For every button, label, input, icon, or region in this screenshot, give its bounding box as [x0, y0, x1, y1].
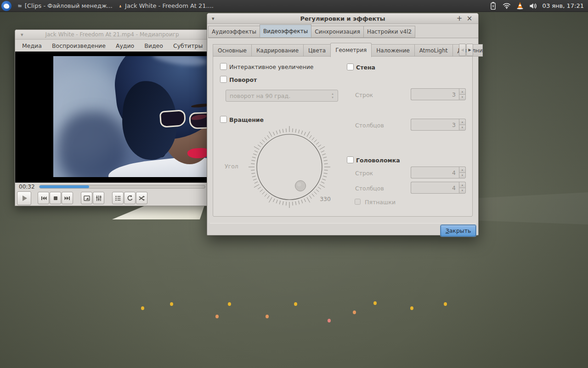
- wall-cols-spinbox[interactable]: 3 ▴ ▾: [411, 119, 466, 131]
- system-tray: 03 янв, 17:21: [489, 2, 584, 10]
- spin-down-button[interactable]: ▾: [459, 125, 466, 131]
- shuffle-tiles-checkbox[interactable]: [355, 199, 361, 205]
- spin-down-button[interactable]: ▾: [459, 188, 466, 194]
- dialog-title: Регулировки и эффекты: [300, 15, 385, 22]
- tab-v4l2[interactable]: Настройки v4l2: [363, 26, 415, 38]
- puzzle-rows-value: 4: [411, 167, 459, 178]
- puzzle-checkbox[interactable]: [347, 156, 354, 163]
- subtab-scroll-right-button[interactable]: ▶: [466, 44, 473, 56]
- rotate-checkbox[interactable]: [220, 76, 227, 83]
- angle-value: 330: [314, 196, 331, 202]
- rotation-checkbox[interactable]: [220, 116, 227, 123]
- transport-group: [38, 192, 73, 204]
- taskbar-window-vlc[interactable]: Jack White - Freedom At 21....: [119, 2, 214, 10]
- fullscreen-button[interactable]: [81, 192, 92, 204]
- extended-settings-button[interactable]: [93, 192, 104, 204]
- subtab-crop[interactable]: Кадрирование: [251, 44, 303, 57]
- play-button[interactable]: [17, 191, 31, 205]
- rotate-preset-value: поворот на 90 град.: [226, 92, 328, 99]
- stop-icon: [52, 195, 59, 202]
- effects-dialog: ▾ Регулировки и эффекты + × Аудиоэффекты…: [207, 13, 479, 236]
- next-button[interactable]: [62, 192, 73, 204]
- window-menu-icon[interactable]: ▾: [212, 16, 215, 22]
- rotate-label: Поворот: [229, 76, 257, 83]
- close-dialog-button[interactable]: Закрыть: [441, 225, 476, 236]
- playlist-button[interactable]: [112, 192, 124, 204]
- vlc-menubar: Медиа Воспроизведение Аудио Видео Субтит…: [15, 40, 209, 52]
- stop-button[interactable]: [50, 192, 61, 204]
- video-display[interactable]: [15, 52, 209, 183]
- interactive-zoom-checkbox[interactable]: [220, 63, 227, 70]
- playlist-group: [112, 192, 147, 204]
- volume-icon[interactable]: [529, 2, 537, 10]
- subtab-atmolight[interactable]: AtmoLight: [414, 44, 452, 57]
- wallpaper-dot: [141, 306, 144, 310]
- wallpaper-dot: [353, 310, 356, 314]
- puzzle-cols-value: 4: [411, 182, 459, 194]
- spin-down-button[interactable]: ▾: [459, 172, 466, 179]
- video-art: [187, 148, 209, 159]
- vlc-tray-icon[interactable]: [516, 2, 524, 10]
- menu-audio[interactable]: Аудио: [111, 42, 139, 49]
- previous-button[interactable]: [38, 192, 49, 204]
- subtab-essential[interactable]: Основные: [213, 44, 251, 57]
- wall-checkbox[interactable]: [347, 63, 354, 70]
- wallpaper-dot: [373, 301, 377, 305]
- display-group: [81, 192, 104, 204]
- subtab-scroll-left-button[interactable]: ◀: [459, 44, 466, 56]
- puzzle-rows-spinbox[interactable]: 4 ▴ ▾: [411, 167, 466, 178]
- window-menu-icon[interactable]: ▾: [21, 32, 23, 38]
- battery-icon[interactable]: [489, 2, 498, 10]
- puzzle-cols-spinbox[interactable]: 4 ▴ ▾: [411, 182, 466, 194]
- vlc-titlebar[interactable]: ▾ Jack White - Freedom At 21.mp4 - Медиа…: [15, 30, 209, 40]
- shuffle-button[interactable]: [136, 192, 147, 204]
- video-art: [159, 109, 186, 128]
- play-icon: [20, 194, 28, 202]
- spin-up-button[interactable]: ▴: [459, 182, 466, 188]
- playlist-icon: [114, 195, 122, 202]
- seek-bar[interactable]: [39, 185, 205, 189]
- fullscreen-icon: [83, 195, 90, 202]
- rotate-preset-dropdown[interactable]: поворот на 90 град. ▴▾: [226, 90, 338, 102]
- spin-down-button[interactable]: ▾: [459, 94, 466, 101]
- taskbar-window-filemanager[interactable]: [Clips - Файловый менедж...: [18, 2, 113, 9]
- menu-media[interactable]: Медиа: [17, 42, 47, 49]
- shuffle-icon: [138, 195, 146, 202]
- wallpaper-plane-shape: [112, 204, 204, 220]
- clock[interactable]: 03 янв, 17:21: [543, 2, 584, 9]
- vlc-window-title: Jack White - Freedom At 21.mp4 - Медиапр…: [45, 31, 179, 38]
- spin-up-button[interactable]: ▴: [459, 119, 466, 125]
- taskbar: [Clips - Файловый менедж... Jack White -…: [0, 0, 588, 12]
- wallpaper-dot: [294, 302, 297, 306]
- loop-button[interactable]: [124, 192, 136, 204]
- dialog-titlebar[interactable]: ▾ Регулировки и эффекты + ×: [207, 13, 478, 24]
- menu-playback[interactable]: Воспроизведение: [47, 42, 111, 49]
- wall-rows-spinbox[interactable]: 3 ▴ ▾: [411, 88, 466, 100]
- applications-menu-button[interactable]: [1, 1, 11, 11]
- wallpaper-dot: [228, 302, 231, 306]
- wallpaper-dot: [170, 302, 173, 306]
- wall-rows-value: 3: [411, 88, 459, 100]
- loop-icon: [126, 195, 134, 202]
- subtab-overlay[interactable]: Наложение: [372, 44, 414, 57]
- tab-video-effects[interactable]: Видеоэффекты: [260, 24, 311, 38]
- spin-up-button[interactable]: ▴: [459, 88, 466, 94]
- wallpaper-dot: [215, 315, 219, 318]
- subtab-colors[interactable]: Цвета: [303, 44, 330, 57]
- close-window-button[interactable]: ×: [465, 14, 474, 23]
- menu-subtitles[interactable]: Субтитры: [168, 42, 208, 49]
- wall-rows-label: Строк: [355, 92, 373, 98]
- menu-video[interactable]: Видео: [139, 42, 168, 49]
- wifi-icon[interactable]: [503, 2, 511, 10]
- video-art: [58, 111, 127, 177]
- spin-up-button[interactable]: ▴: [459, 167, 466, 172]
- wall-cols-label: Столбцов: [355, 122, 384, 129]
- puzzle-cols-label: Столбцов: [355, 185, 384, 192]
- subtab-geometry[interactable]: Геометрия: [330, 43, 372, 57]
- maximize-button[interactable]: +: [455, 14, 464, 23]
- next-icon: [64, 195, 71, 202]
- tab-synchronization[interactable]: Синхронизация: [311, 26, 363, 38]
- tab-audio-effects[interactable]: Аудиоэффекты: [208, 26, 260, 38]
- equalizer-icon: [95, 195, 102, 202]
- vlc-window: ▾ Jack White - Freedom At 21.mp4 - Медиа…: [15, 29, 209, 206]
